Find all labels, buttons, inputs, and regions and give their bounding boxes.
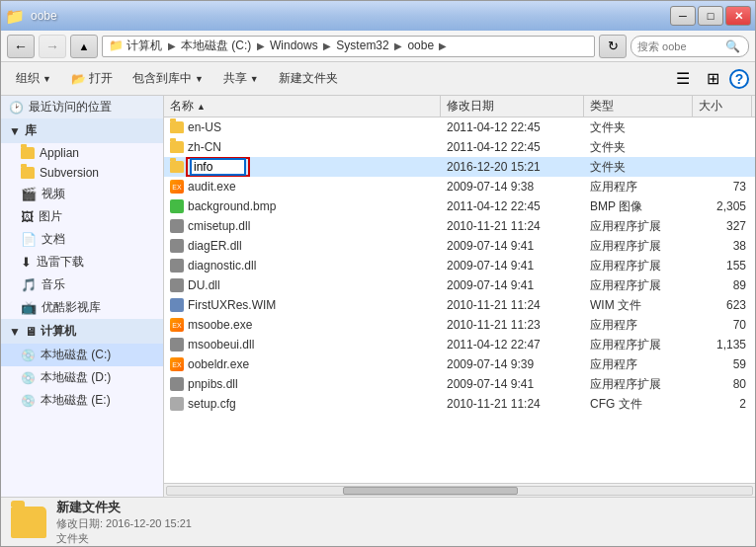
table-row[interactable]: msoobeui.dll 2011-04-12 22:47 应用程序扩展 1,1… xyxy=(164,335,755,354)
file-cell-date: 2011-04-12 22:45 xyxy=(441,138,584,156)
file-cell-name: EXaudit.exe xyxy=(164,178,441,195)
file-name-text: DU.dll xyxy=(188,278,220,292)
file-name-text: msoobeui.dll xyxy=(188,338,254,352)
library-section: ▼ 库 Applian Subversion 🎬 视频 🖼 图片 xyxy=(1,118,163,319)
open-button[interactable]: 📂 打开 xyxy=(62,66,122,91)
col-header-name[interactable]: 名称 ▲ xyxy=(164,96,441,117)
rename-border xyxy=(186,157,250,177)
new-folder-button[interactable]: 新建文件夹 xyxy=(270,66,347,91)
sidebar-item-thunder[interactable]: ⬇ 迅雷下载 xyxy=(1,251,163,274)
file-list-header: 名称 ▲ 修改日期 类型 大小 xyxy=(164,96,755,117)
horizontal-scrollbar[interactable] xyxy=(164,483,755,497)
file-cell-type: 文件夹 xyxy=(584,157,693,178)
status-text: 新建文件夹 修改日期: 2016-12-20 15:21 文件夹 xyxy=(56,499,192,546)
scroll-thumb[interactable] xyxy=(343,487,519,495)
table-row[interactable]: EXmsoobe.exe 2010-11-21 11:23 应用程序 70 xyxy=(164,315,755,335)
search-input[interactable] xyxy=(637,40,721,52)
file-cell-size: 155 xyxy=(693,257,752,274)
view-list-button[interactable]: ☰ xyxy=(670,68,696,90)
sidebar-item-recent[interactable]: 🕑 最近访问的位置 xyxy=(1,96,163,118)
file-cell-size: 2 xyxy=(693,395,752,413)
library-label: 库 xyxy=(25,122,37,139)
sidebar-item-youku[interactable]: 📺 优酷影视库 xyxy=(1,296,163,319)
file-cell-name: background.bmp xyxy=(164,197,441,215)
back-button[interactable]: ← xyxy=(7,35,35,58)
sidebar-item-drive-c[interactable]: 💿 本地磁盘 (C:) xyxy=(1,344,163,366)
search-box[interactable]: 🔍 xyxy=(630,36,749,57)
col-header-date[interactable]: 修改日期 xyxy=(441,96,584,117)
forward-button[interactable]: → xyxy=(39,35,66,58)
file-cell-name: en-US xyxy=(164,118,441,136)
table-row[interactable]: diagER.dll 2009-07-14 9:41 应用程序扩展 38 xyxy=(164,236,755,256)
file-cell-size: 623 xyxy=(693,296,752,314)
table-row[interactable]: zh-CN 2011-04-12 22:45 文件夹 xyxy=(164,137,755,157)
minimize-button[interactable]: ─ xyxy=(670,6,696,26)
share-label: 共享 xyxy=(223,70,247,87)
status-date: 修改日期: 2016-12-20 15:21 xyxy=(56,516,192,531)
sidebar-item-drive-e[interactable]: 💿 本地磁盘 (E:) xyxy=(1,389,163,412)
library-header[interactable]: ▼ 库 xyxy=(1,118,163,143)
scroll-track[interactable] xyxy=(166,486,753,496)
table-row[interactable]: 2016-12-20 15:21 文件夹 xyxy=(164,157,755,177)
table-row[interactable]: diagnostic.dll 2009-07-14 9:41 应用程序扩展 15… xyxy=(164,256,755,275)
share-button[interactable]: 共享 ▼ xyxy=(214,66,268,91)
computer-header[interactable]: ▼ 🖥 计算机 xyxy=(1,319,163,344)
search-icon[interactable]: 🔍 xyxy=(725,39,740,53)
col-header-size[interactable]: 大小 xyxy=(693,96,752,117)
sidebar-item-applian[interactable]: Applian xyxy=(1,143,163,163)
table-row[interactable]: background.bmp 2011-04-12 22:45 BMP 图像 2… xyxy=(164,196,755,216)
table-row[interactable]: DU.dll 2009-07-14 9:41 应用程序扩展 89 xyxy=(164,275,755,295)
table-row[interactable]: pnpibs.dll 2009-07-14 9:41 应用程序扩展 80 xyxy=(164,374,755,394)
bmp-icon xyxy=(170,199,184,213)
sidebar-item-video[interactable]: 🎬 视频 xyxy=(1,183,163,205)
include-button[interactable]: 包含到库中 ▼ xyxy=(124,66,212,91)
view-icons-button[interactable]: ⊞ xyxy=(700,68,725,90)
close-button[interactable]: ✕ xyxy=(725,6,751,26)
file-cell-date: 2010-11-21 11:23 xyxy=(441,316,584,334)
table-row[interactable]: en-US 2011-04-12 22:45 文件夹 xyxy=(164,117,755,137)
file-cell-name: diagER.dll xyxy=(164,237,441,255)
file-list[interactable]: en-US 2011-04-12 22:45 文件夹 zh-CN 2011-04… xyxy=(164,117,755,483)
sidebar-item-music[interactable]: 🎵 音乐 xyxy=(1,274,163,296)
file-name-text: background.bmp xyxy=(188,199,276,213)
sidebar-item-docs[interactable]: 📄 文档 xyxy=(1,228,163,251)
refresh-button[interactable]: ↻ xyxy=(599,35,627,58)
include-label: 包含到库中 xyxy=(132,70,192,87)
table-row[interactable]: FirstUXRes.WIM 2010-11-21 11:24 WIM 文件 6… xyxy=(164,295,755,315)
file-cell-type: WIM 文件 xyxy=(584,295,693,316)
col-header-type[interactable]: 类型 xyxy=(584,96,693,117)
table-row[interactable]: EXoobeldr.exe 2009-07-14 9:39 应用程序 59 xyxy=(164,354,755,374)
sidebar-item-pictures[interactable]: 🖼 图片 xyxy=(1,205,163,228)
file-cell-name: msoobeui.dll xyxy=(164,336,441,353)
file-cell-type: 应用程序扩展 xyxy=(584,256,693,276)
file-cell-type: 应用程序扩展 xyxy=(584,216,693,237)
file-name-text: pnpibs.dll xyxy=(188,377,238,391)
breadcrumb[interactable]: 📁 计算机 ▶ 本地磁盘 (C:) ▶ Windows ▶ System32 ▶… xyxy=(102,36,595,57)
sidebar-item-drive-d[interactable]: 💿 本地磁盘 (D:) xyxy=(1,366,163,389)
table-row[interactable]: setup.cfg 2010-11-21 11:24 CFG 文件 2 xyxy=(164,394,755,414)
file-cell-name: diagnostic.dll xyxy=(164,257,441,274)
organize-button[interactable]: 组织 ▼ xyxy=(7,66,60,91)
recent-icon: 🕑 xyxy=(9,101,24,115)
table-row[interactable]: cmisetup.dll 2010-11-21 11:24 应用程序扩展 327 xyxy=(164,216,755,236)
file-cell-name: DU.dll xyxy=(164,276,441,294)
title-bar-buttons: ─ □ ✕ xyxy=(670,6,751,26)
file-cell-date: 2011-04-12 22:45 xyxy=(441,118,584,136)
file-cell-name: zh-CN xyxy=(164,138,441,156)
rename-input[interactable] xyxy=(191,159,245,175)
up-button[interactable]: ▲ xyxy=(70,35,98,58)
help-button[interactable]: ? xyxy=(729,69,749,89)
docs-icon: 📄 xyxy=(21,232,37,247)
file-cell-type: 应用程序扩展 xyxy=(584,275,693,296)
file-cell-date: 2009-07-14 9:41 xyxy=(441,237,584,255)
maximize-button[interactable]: □ xyxy=(698,6,723,26)
folder-icon xyxy=(170,141,184,153)
dll-icon xyxy=(170,377,184,391)
sidebar-item-label: 优酷影视库 xyxy=(42,299,101,316)
sidebar-item-subversion[interactable]: Subversion xyxy=(1,163,163,183)
organize-label: 组织 xyxy=(16,70,40,87)
sidebar-item-label: 音乐 xyxy=(42,276,65,293)
table-row[interactable]: EXaudit.exe 2009-07-14 9:38 应用程序 73 xyxy=(164,177,755,196)
rename-container xyxy=(170,157,250,177)
file-cell-size: 89 xyxy=(693,276,752,294)
